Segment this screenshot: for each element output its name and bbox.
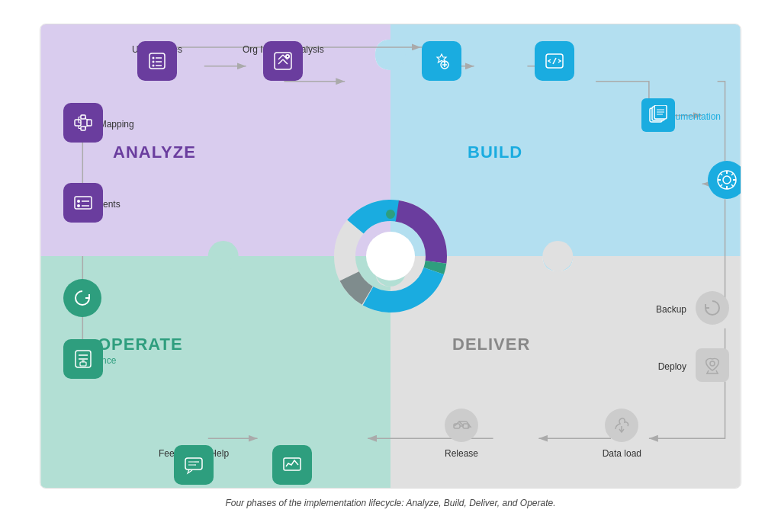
requirements-icon — [63, 183, 103, 223]
svg-line-39 — [85, 126, 88, 127]
configure-item: Configure — [422, 41, 461, 55]
svg-point-66 — [710, 361, 715, 366]
deploy-item: Deploy — [658, 348, 729, 382]
backup-item: Backup — [656, 291, 729, 325]
svg-line-49 — [553, 58, 556, 64]
svg-rect-12 — [149, 53, 165, 69]
outer-container: ANALYZE BUILD OPERATE DELIVER User Stori… — [24, 8, 757, 524]
diagram-wrapper: ANALYZE BUILD OPERATE DELIVER User Stori… — [40, 24, 741, 489]
monitor-icon — [272, 445, 312, 485]
org-impact-icon — [263, 41, 303, 81]
deploy-icon — [696, 348, 729, 382]
data-load-item: Data load — [603, 409, 641, 459]
requirements-item: Requirements — [63, 196, 121, 210]
feedback-help-item: Feedback & Help — [159, 445, 229, 459]
release-item: Release — [445, 409, 478, 459]
svg-point-0 — [375, 40, 406, 70]
data-load-icon — [605, 409, 638, 442]
svg-rect-40 — [75, 197, 92, 209]
svg-rect-78 — [80, 362, 86, 366]
code-icon — [535, 41, 574, 81]
svg-rect-79 — [185, 458, 202, 470]
svg-point-15 — [153, 61, 155, 63]
release-label: Release — [445, 448, 478, 459]
svg-line-20 — [278, 55, 283, 59]
test-item: Test — [708, 173, 729, 187]
svg-line-62 — [720, 173, 722, 175]
org-doc-item: Org Documentation — [641, 108, 725, 122]
svg-line-64 — [720, 184, 722, 187]
svg-rect-28 — [81, 115, 85, 119]
svg-point-3 — [208, 241, 239, 271]
svg-line-23 — [283, 59, 288, 64]
svg-point-42 — [77, 204, 80, 207]
donut-chart — [326, 191, 455, 321]
svg-point-57 — [723, 176, 731, 184]
compliance-item: Compliance — [63, 352, 116, 366]
configure-icon — [422, 41, 461, 81]
svg-point-41 — [77, 200, 80, 203]
code-item: Code — [544, 41, 566, 55]
restore-icon — [63, 279, 101, 317]
user-stories-item: User Stories — [132, 41, 182, 55]
feedback-help-icon — [174, 445, 214, 485]
test-icon — [708, 161, 741, 199]
svg-point-17 — [153, 65, 155, 67]
org-doc-icon — [641, 98, 675, 132]
monitor-item: Monitor — [277, 445, 307, 459]
svg-line-65 — [731, 184, 734, 187]
org-impact-item: Org Impact Analysis — [243, 41, 324, 55]
backup-icon — [696, 291, 729, 325]
backup-label: Backup — [656, 304, 686, 315]
svg-rect-29 — [81, 127, 85, 130]
release-icon — [445, 409, 478, 442]
process-mapping-item: Process Mapping — [63, 116, 134, 130]
phase-deliver-label: DELIVER — [452, 335, 530, 354]
diagram-caption: Four phases of the implementation lifecy… — [40, 498, 741, 508]
phase-build-label: BUILD — [468, 143, 522, 162]
svg-line-22 — [278, 59, 283, 64]
svg-line-63 — [731, 173, 734, 175]
phase-analyze-label: ANALYZE — [113, 143, 196, 162]
svg-rect-30 — [87, 120, 92, 126]
user-stories-icon — [137, 41, 177, 81]
svg-point-2 — [542, 241, 573, 271]
process-mapping-icon — [63, 103, 103, 143]
compliance-icon — [63, 339, 103, 379]
data-load-label: Data load — [603, 448, 641, 459]
restore-item: Restore — [63, 291, 100, 305]
svg-point-88 — [386, 210, 395, 219]
deploy-label: Deploy — [658, 361, 686, 372]
svg-line-37 — [85, 119, 88, 120]
svg-point-13 — [153, 57, 155, 59]
svg-point-89 — [366, 232, 415, 280]
